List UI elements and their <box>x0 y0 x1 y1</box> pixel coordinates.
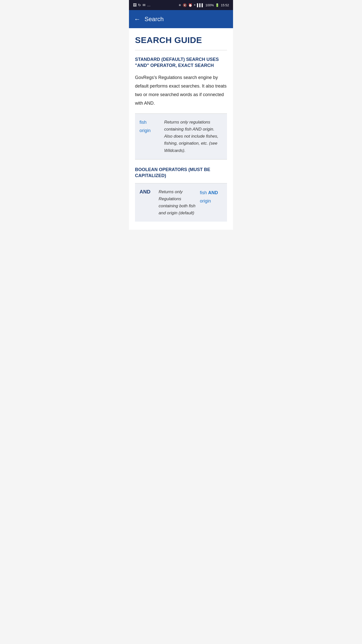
status-bar-left-icons: 🖼 ↻ ✉ … <box>133 3 151 7</box>
mute-icon: 🔇 <box>183 3 187 7</box>
bool-desc-and: Returns only Regulations containing both… <box>159 188 196 217</box>
status-bar-right-icons: ✳ 🔇 ⏰ ⌖ ▌▌▌ 100% 🔋 15:52 <box>178 3 229 7</box>
divider-1 <box>135 50 227 50</box>
battery-icon: 🔋 <box>215 3 219 7</box>
alarm-icon: ⏰ <box>188 3 192 7</box>
battery-percentage: 100% <box>205 3 214 7</box>
back-button[interactable]: ← <box>134 15 141 23</box>
example-keywords: fish origin <box>140 119 160 134</box>
section1-heading: STANDARD (DEFAULT) SEARCH USES "AND" OPE… <box>135 56 227 69</box>
keyword-origin: origin <box>140 127 160 134</box>
bool-example-and: fish AND origin <box>200 188 222 205</box>
sync-icon: ↻ <box>138 3 141 7</box>
more-icon: … <box>147 3 151 7</box>
clock: 15:52 <box>221 3 229 7</box>
page-title: SEARCH GUIDE <box>135 35 227 45</box>
keyword-fish: fish <box>140 119 160 126</box>
bool-operator-and: AND <box>140 188 155 195</box>
example-description: Returns only regulations containing fish… <box>164 119 222 154</box>
main-content: SEARCH GUIDE STANDARD (DEFAULT) SEARCH U… <box>129 28 233 230</box>
section2: BOOLEAN OPERATORS (MUST BE CAPITALIZED) … <box>135 167 227 222</box>
app-bar: ← Search <box>129 10 233 28</box>
status-bar: 🖼 ↻ ✉ … ✳ 🔇 ⏰ ⌖ ▌▌▌ 100% 🔋 15:52 <box>129 0 233 10</box>
example-box-1: fish origin Returns only regulations con… <box>135 113 227 159</box>
app-bar-title: Search <box>145 16 164 23</box>
signal-icon: ▌▌▌ <box>197 3 204 7</box>
bluetooth-icon: ✳ <box>178 3 181 7</box>
bool-example-line2: origin <box>200 197 211 205</box>
bool-box-and: AND Returns only Regulations containing … <box>135 183 227 222</box>
message-icon: ✉ <box>143 3 146 7</box>
section1-body: GovRegs's Regulations search engine by d… <box>135 73 227 108</box>
photo-icon: 🖼 <box>133 3 137 7</box>
bool-example-line1: fish AND <box>200 189 218 197</box>
location-icon: ⌖ <box>194 3 196 7</box>
section2-heading: BOOLEAN OPERATORS (MUST BE CAPITALIZED) <box>135 167 227 179</box>
